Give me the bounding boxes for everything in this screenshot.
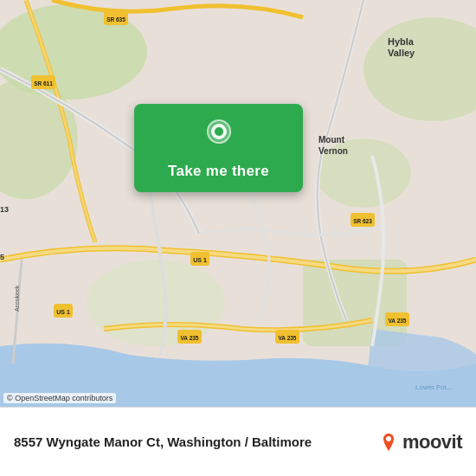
svg-text:Vernon: Vernon (318, 146, 348, 156)
svg-point-35 (386, 436, 391, 441)
moovit-logo: moovit (378, 431, 462, 453)
svg-text:US 1: US 1 (56, 309, 70, 315)
svg-text:Hybla: Hybla (388, 36, 415, 47)
svg-point-6 (87, 260, 225, 346)
svg-text:Accokeek: Accokeek (14, 285, 20, 312)
svg-text:VA 235: VA 235 (181, 335, 199, 341)
svg-text:13: 13 (0, 205, 9, 214)
svg-text:Lower Pot...: Lower Pot... (415, 383, 453, 391)
svg-text:SR 611: SR 611 (34, 80, 53, 87)
map-attribution: © OpenStreetMap contributors (3, 393, 116, 403)
map-background: Lower Pot... US 1 US 1 (0, 0, 476, 407)
address-text: 8557 Wyngate Manor Ct, Washington / Balt… (14, 434, 368, 449)
svg-text:5: 5 (0, 253, 4, 261)
moovit-brand-name: moovit (402, 431, 462, 453)
svg-text:Valley: Valley (388, 48, 415, 58)
svg-text:VA 235: VA 235 (279, 335, 297, 341)
svg-text:VA 235: VA 235 (389, 318, 407, 324)
bottom-bar: 8557 Wyngate Manor Ct, Washington / Balt… (0, 407, 476, 476)
svg-point-33 (215, 127, 223, 136)
svg-text:Mount: Mount (318, 135, 345, 145)
svg-text:SR 635: SR 635 (106, 16, 125, 23)
svg-text:US 1: US 1 (193, 257, 207, 263)
location-pin-icon (198, 114, 240, 156)
popup-card: Take me there (134, 104, 303, 192)
take-me-there-button[interactable]: Take me there (168, 163, 269, 180)
moovit-pin-icon (378, 432, 399, 453)
svg-text:SR 623: SR 623 (353, 218, 372, 224)
map-container: Lower Pot... US 1 US 1 (0, 0, 476, 407)
